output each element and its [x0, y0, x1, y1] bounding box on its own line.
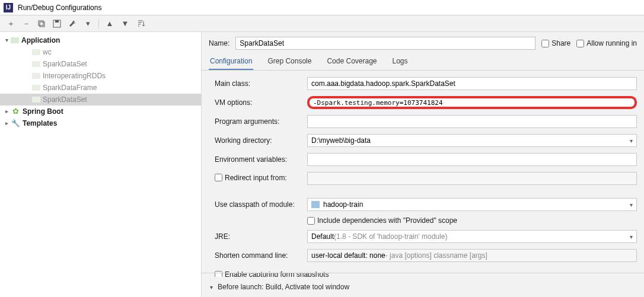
tree-item-interoperatingrdds[interactable]: InteroperatingRDDs	[0, 70, 201, 82]
working-directory-input[interactable]: D:\myweb\big-data ▾	[307, 134, 637, 147]
shorten-cmd-label: Shorten command line:	[215, 251, 307, 260]
copy-icon[interactable]	[36, 18, 47, 30]
program-arguments-input[interactable]	[307, 115, 637, 128]
tab-logs[interactable]: Logs	[391, 53, 409, 70]
run-config-icon	[32, 73, 40, 79]
tree-label: SparkDataSet	[43, 94, 87, 106]
vm-options-input[interactable]: -Dspark.testing.memory=1073741824	[307, 96, 637, 109]
tree-label: SparkDataSet	[43, 58, 87, 70]
tree-item-templates[interactable]: ▸ 🔧 Templates	[0, 117, 201, 129]
sort-icon[interactable]	[135, 18, 146, 30]
enable-capture-checkbox[interactable]: Enable capturing form snapshots	[215, 270, 329, 277]
tab-grep-console[interactable]: Grep Console	[266, 53, 313, 70]
tree-item-sparkdataset-1[interactable]: SparkDataSet	[0, 58, 201, 70]
spring-icon: ✿	[11, 107, 20, 116]
main-class-input[interactable]: com.aaa.bigdata.hadoop.spark.SparkDataSe…	[307, 77, 637, 90]
vm-options-label: VM options:	[215, 98, 307, 107]
tab-code-coverage[interactable]: Code Coverage	[326, 53, 378, 70]
share-label: Share	[551, 39, 570, 47]
tree-label: Spring Boot	[23, 106, 63, 117]
include-deps-checkbox[interactable]: Include dependencies with "Provided" sco…	[307, 216, 457, 225]
enable-capture-label: Enable capturing form snapshots	[225, 270, 329, 277]
tree-item-application[interactable]: ▾ Application	[0, 34, 201, 46]
chevron-down-icon: ▾	[2, 34, 11, 46]
use-classpath-label: Use classpath of module:	[215, 200, 307, 209]
app-icon: IJ	[4, 3, 13, 12]
before-launch-section[interactable]: ▾ Before launch: Build, Activate tool wi…	[202, 277, 644, 297]
tree-item-sparkdataframe[interactable]: SparkDataFrame	[0, 82, 201, 94]
tree-label: Application	[21, 34, 60, 46]
tree-label: InteroperatingRDDs	[43, 70, 106, 82]
program-arguments-label: Program arguments:	[215, 117, 307, 126]
tree-label: SparkDataFrame	[43, 82, 97, 94]
wrench-icon[interactable]	[66, 18, 78, 30]
allow-running-label: Allow running in	[586, 39, 637, 47]
chevron-down-icon: ▾	[630, 202, 633, 208]
run-config-icon	[32, 85, 40, 91]
use-classpath-select[interactable]: hadoop-train ▾	[307, 198, 637, 211]
dropdown-icon[interactable]: ▾	[82, 18, 94, 30]
wrench-icon: 🔧	[11, 119, 20, 128]
redirect-input-label: Redirect input from:	[225, 174, 287, 182]
name-label: Name:	[209, 39, 229, 47]
shorten-cmd-select[interactable]: user-local default: none - java [options…	[307, 249, 637, 262]
save-icon[interactable]	[51, 18, 63, 30]
chevron-down-icon: ▾	[210, 284, 213, 290]
environment-variables-label: Environment variables:	[215, 155, 307, 164]
tree-item-wc[interactable]: wc	[0, 46, 201, 58]
run-config-icon	[32, 61, 40, 67]
redirect-input-input[interactable]	[307, 172, 637, 185]
divider	[202, 273, 644, 273]
chevron-right-icon: ▸	[2, 106, 11, 117]
add-icon[interactable]: ＋	[5, 18, 17, 30]
application-icon	[11, 37, 19, 43]
titlebar: IJ Run/Debug Configurations	[0, 0, 644, 15]
jre-select[interactable]: Default (1.8 - SDK of 'hadoop-train' mod…	[307, 230, 637, 243]
remove-icon[interactable]: －	[20, 18, 32, 30]
tab-configuration[interactable]: Configuration	[209, 53, 253, 70]
tree-item-spring-boot[interactable]: ▸ ✿ Spring Boot	[0, 106, 201, 117]
sidebar-toolbar: ＋ － ▾ ▲ ▼	[0, 15, 644, 32]
svg-rect-0	[39, 21, 43, 25]
before-launch-label: Before launch: Build, Activate tool wind…	[218, 283, 349, 291]
window-title: Run/Debug Configurations	[18, 4, 101, 12]
config-tree: ▾ Application wc	[0, 32, 202, 297]
down-icon[interactable]: ▼	[119, 18, 131, 30]
jre-label: JRE:	[215, 232, 307, 241]
share-checkbox[interactable]: Share	[541, 39, 570, 47]
main-panel: Name: Share Allow running in Configurati…	[202, 32, 644, 297]
tree-label: Templates	[23, 117, 57, 129]
up-icon[interactable]: ▲	[104, 18, 116, 30]
redirect-input-checkbox[interactable]: Redirect input from:	[215, 174, 287, 182]
allow-running-checkbox[interactable]: Allow running in	[576, 39, 637, 47]
main-class-label: Main class:	[215, 79, 307, 88]
working-directory-label: Working directory:	[215, 136, 307, 145]
environment-variables-input[interactable]	[307, 153, 637, 166]
module-icon	[311, 201, 320, 208]
svg-rect-3	[55, 20, 59, 23]
run-config-icon	[32, 49, 40, 55]
name-input[interactable]	[235, 37, 535, 50]
run-config-icon	[32, 97, 40, 103]
chevron-down-icon: ▾	[630, 234, 633, 240]
tree-item-sparkdataset-2[interactable]: SparkDataSet	[0, 94, 201, 106]
svg-rect-1	[40, 22, 44, 27]
chevron-down-icon: ▾	[630, 138, 633, 144]
include-deps-label: Include dependencies with "Provided" sco…	[317, 216, 457, 225]
toolbar-separator	[98, 19, 99, 28]
chevron-right-icon: ▸	[2, 117, 11, 129]
tabs: Configuration Grep Console Code Coverage…	[202, 53, 644, 71]
tree-label: wc	[43, 46, 52, 58]
